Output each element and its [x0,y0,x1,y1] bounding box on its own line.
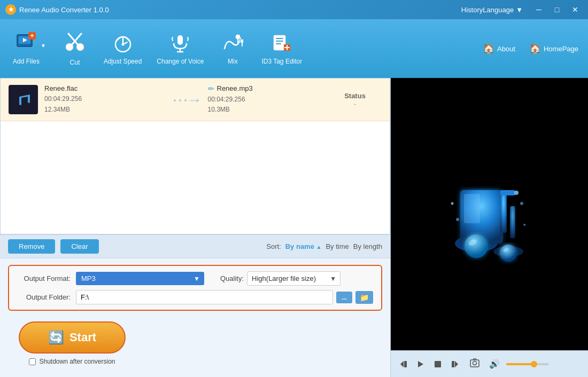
close-button[interactable]: ✕ [568,2,583,17]
svg-point-48 [473,361,477,365]
cut-icon [64,31,86,57]
volume-fill [506,363,534,365]
start-area: 🔄 Start Shutdown after conversion [8,316,136,371]
adjust-speed-label: Adjust Speed [104,58,142,65]
homepage-icon: 🏠 [529,43,541,54]
svg-marker-41 [400,361,404,367]
sort-arrow-icon: ▲ [316,244,322,250]
output-size: 10.3MB [208,105,329,115]
toolbar-adjust-speed[interactable]: Adjust Speed [96,28,149,69]
toolbar-id3-tag-editor[interactable]: ID3 Tag Editor [254,28,310,69]
svg-rect-22 [276,41,283,42]
sort-by-name[interactable]: By name ▲ [285,242,322,250]
output-name-row: ✏ Renee.mp3 [208,84,329,93]
svg-point-38 [456,218,459,221]
skip-forward-button[interactable] [448,358,461,371]
volume-slider[interactable] [506,363,549,365]
edit-icon: ✏ [208,84,214,93]
toolbar-mix[interactable]: Mix [211,28,254,69]
arrow-icon: ⋯→ [172,90,201,109]
remove-button[interactable]: Remove [8,239,55,254]
homepage-label: HomePage [544,45,578,53]
homepage-button[interactable]: 🏠 HomePage [525,41,583,57]
status-area: Status - [328,92,382,108]
settings-panel: Output Format: MP3 WAV AAC FLAC OGG WMA … [0,258,390,377]
output-format-select[interactable]: MP3 WAV AAC FLAC OGG WMA M4A [76,272,204,285]
shutdown-check: Shutdown after conversion [29,358,115,365]
maximize-button[interactable]: □ [550,2,564,17]
app-logo: ★ [5,4,16,15]
skip-back-button[interactable] [397,358,410,371]
change-of-voice-label: Change of Voice [157,58,204,65]
svg-point-40 [523,224,525,226]
svg-point-32 [465,234,488,258]
adjust-speed-icon [112,33,134,56]
svg-rect-42 [404,361,407,367]
output-folder-row: Output Folder: ... 📁 [17,290,373,304]
settings-box: Output Format: MP3 WAV AAC FLAC OGG WMA … [8,265,382,311]
sort-label: Sort: [266,242,281,250]
quality-select[interactable]: High(Larger file size) Medium Low [247,271,341,286]
screenshot-button[interactable] [468,356,482,372]
svg-point-36 [514,191,519,195]
minimize-button[interactable]: ─ [531,2,546,17]
svg-marker-43 [418,361,423,367]
history-link[interactable]: History [461,6,483,14]
output-format-label: Output Format: [17,274,71,282]
svg-rect-31 [500,190,515,195]
left-pane: Renee.flac 00:04:29.256 12.34MB ⋯→ ✏ Ren… [0,78,390,377]
output-info: ✏ Renee.mp3 00:04:29.256 10.3MB [208,84,329,115]
id3-tag-editor-label: ID3 Tag Editor [261,58,302,65]
add-files-dropdown-icon[interactable]: ▼ [41,43,46,49]
right-pane: 🔊 [390,78,588,377]
app-title: Renee Audio Converter 1.0.0 [19,6,458,14]
about-icon: 🏠 [483,43,494,54]
browse-button[interactable]: ... [336,292,352,303]
open-folder-button[interactable]: 📁 [355,291,373,304]
quality-wrap: Quality: High(Larger file size) Medium L… [220,271,341,286]
file-thumbnail [9,85,38,114]
bottom-controls: Remove Clear Sort: By name ▲ By time By … [0,234,390,258]
input-size: 12.34MB [44,105,165,115]
quality-select-wrap: High(Larger file size) Medium Low ▼ [247,271,341,286]
mix-icon [222,33,243,56]
file-info: Renee.flac 00:04:29.256 12.34MB [44,84,165,114]
svg-rect-24 [13,89,34,111]
toolbar-cut[interactable]: Cut [53,27,96,70]
title-bar: ★ Renee Audio Converter 1.0.0 History La… [0,0,588,19]
language-button[interactable]: Language ▼ [483,6,523,14]
cut-label: Cut [70,59,80,66]
about-button[interactable]: 🏠 About [478,41,520,57]
svg-rect-30 [510,206,515,238]
shutdown-label: Shutdown after conversion [39,358,115,365]
svg-rect-23 [276,43,281,44]
status-label: Status [328,92,382,100]
output-folder-input[interactable] [76,290,333,304]
volume-icon: 🔊 [489,359,500,369]
output-format-row: Output Format: MP3 WAV AAC FLAC OGG WMA … [17,271,373,286]
shutdown-checkbox[interactable] [29,358,36,365]
sort-area: Sort: By name ▲ By time By length [266,242,382,250]
table-row: Renee.flac 00:04:29.256 12.34MB ⋯→ ✏ Ren… [1,78,390,121]
svg-rect-21 [276,38,283,39]
toolbar-add-files[interactable]: + Add Files ▼ [5,28,53,69]
toolbar-change-of-voice[interactable]: Change of Voice [149,28,211,69]
play-button[interactable] [414,358,427,371]
about-label: About [497,45,515,53]
output-format-select-wrap: MP3 WAV AAC FLAC OGG WMA M4A ▼ [76,272,204,285]
clear-button[interactable]: Clear [60,239,98,254]
quality-label: Quality: [220,274,244,282]
output-filename: Renee.mp3 [217,84,253,92]
volume-thumb[interactable] [531,361,537,367]
start-button[interactable]: 🔄 Start [19,321,126,354]
svg-point-34 [500,245,517,262]
start-icon: 🔄 [48,330,64,345]
svg-point-37 [520,202,523,205]
input-duration: 00:04:29.256 [44,94,165,104]
svg-rect-29 [500,190,507,233]
output-duration: 00:04:29.256 [208,95,329,105]
stop-button[interactable] [431,358,444,371]
sort-by-length[interactable]: By length [353,242,382,250]
file-list-container: Renee.flac 00:04:29.256 12.34MB ⋯→ ✏ Ren… [0,78,390,234]
sort-by-time[interactable]: By time [326,242,349,250]
